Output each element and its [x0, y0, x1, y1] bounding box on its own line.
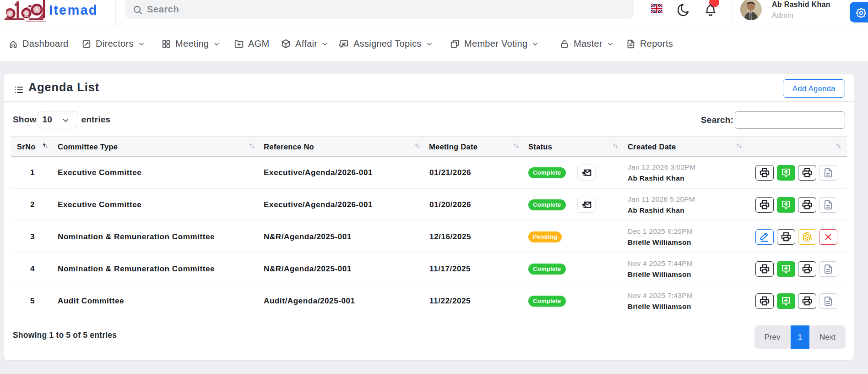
svg-text:ITEMAD You can rely on it: ITEMAD You can rely on it [24, 20, 46, 22]
